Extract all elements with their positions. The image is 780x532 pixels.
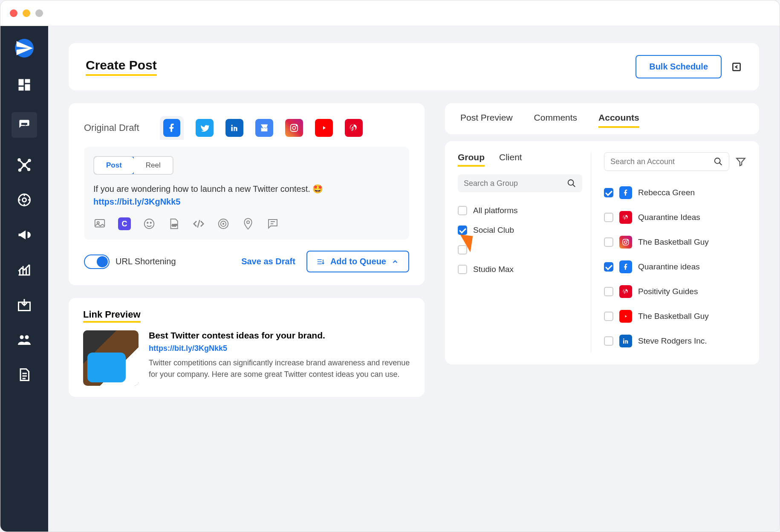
collapse-icon[interactable] (731, 61, 742, 72)
window-maximize-icon[interactable] (35, 9, 43, 17)
group-blank[interactable] (458, 240, 582, 260)
svg-point-30 (247, 221, 249, 223)
comment-icon[interactable] (266, 217, 279, 230)
platform-gmb[interactable] (255, 119, 273, 137)
svg-point-23 (144, 219, 154, 229)
link-preview-url[interactable]: https://bit.ly/3KgNkk5 (149, 344, 227, 353)
bulk-schedule-button[interactable]: Bulk Schedule (636, 55, 722, 78)
account-name: Quarantine ideas (638, 262, 700, 272)
svg-point-29 (223, 223, 224, 225)
platform-facebook[interactable] (160, 116, 184, 140)
platform-pinterest[interactable] (345, 119, 363, 137)
account-name: The Basketball Guy (638, 312, 709, 321)
platform-instagram[interactable] (285, 119, 303, 137)
link-preview-desc: Twitter competitions can significantly i… (149, 357, 410, 380)
group-social-club[interactable]: Social Club (458, 220, 582, 240)
target-icon[interactable] (217, 217, 230, 230)
compose-icon[interactable] (12, 112, 37, 138)
add-to-queue-button[interactable]: Add to Queue (306, 251, 409, 272)
account-search-input[interactable] (610, 157, 709, 166)
account-search-box[interactable] (604, 152, 729, 171)
account-checkbox[interactable] (604, 336, 613, 346)
page-header: Create Post Bulk Schedule (69, 43, 759, 90)
account-checkbox[interactable] (604, 237, 613, 247)
platform-linkedin[interactable] (225, 119, 243, 137)
svg-point-10 (23, 198, 26, 202)
account-item[interactable]: Steve Rodgers Inc. (604, 329, 746, 353)
sidebar (0, 26, 48, 532)
window-close-icon[interactable] (10, 9, 17, 17)
svg-text:GIF: GIF (172, 223, 177, 227)
emoji-icon[interactable] (143, 217, 156, 230)
post-text-content: If you are wondering how to launch a new… (93, 184, 312, 194)
group-all-platforms[interactable]: All platforms (458, 201, 582, 220)
tab-comments[interactable]: Comments (534, 113, 578, 128)
account-checkbox[interactable] (604, 188, 613, 197)
window-minimize-icon[interactable] (23, 9, 30, 17)
inbox-icon[interactable] (17, 297, 32, 312)
emoji-star-struck: 🤩 (312, 184, 323, 194)
svg-point-24 (147, 222, 148, 223)
account-checkbox[interactable] (604, 312, 613, 321)
account-item[interactable]: Quarantine ideas (604, 254, 746, 279)
tab-post-preview[interactable]: Post Preview (460, 113, 513, 128)
account-name: Rebecca Green (638, 188, 695, 197)
window-titlebar (0, 0, 780, 26)
post-type-segment: Post Reel (93, 156, 173, 175)
original-draft-label: Original Draft (84, 122, 139, 133)
account-checkbox[interactable] (604, 287, 613, 296)
dashboard-icon[interactable] (17, 77, 32, 93)
canva-icon[interactable]: C (118, 217, 131, 230)
account-item[interactable]: Rebecca Green (604, 180, 746, 205)
tab-accounts[interactable]: Accounts (598, 113, 639, 128)
megaphone-icon[interactable] (17, 227, 32, 243)
svg-rect-0 (19, 79, 24, 86)
page-title: Create Post (86, 58, 157, 76)
post-text-area[interactable]: If you are wondering how to launch a new… (93, 182, 400, 208)
group-search-input[interactable] (464, 179, 563, 188)
svg-point-34 (624, 241, 627, 243)
account-checkbox[interactable] (604, 262, 613, 272)
code-icon[interactable] (192, 217, 205, 230)
svg-point-31 (568, 180, 574, 185)
subtab-client[interactable]: Client (499, 152, 522, 167)
account-name: Quarantine Ideas (638, 213, 700, 222)
platform-twitter[interactable] (196, 119, 214, 137)
media-icon[interactable] (93, 217, 106, 230)
account-item[interactable]: Positivity Guides (604, 279, 746, 304)
svg-point-19 (296, 125, 297, 126)
save-draft-button[interactable]: Save as Draft (241, 257, 295, 266)
account-item[interactable]: The Basketball Guy (604, 230, 746, 254)
team-icon[interactable] (17, 332, 32, 347)
support-icon[interactable] (17, 192, 32, 208)
link-preview-image (83, 330, 139, 386)
filter-icon[interactable] (735, 156, 746, 167)
network-icon[interactable] (17, 157, 32, 173)
analytics-icon[interactable] (17, 262, 32, 278)
post-link[interactable]: https://bit.ly/3KgNkk5 (93, 197, 180, 206)
seg-reel[interactable]: Reel (134, 157, 173, 174)
account-item[interactable]: The Basketball Guy (604, 304, 746, 329)
editor-body: Post Reel If you are wondering how to la… (84, 147, 409, 240)
app-window: Create Post Bulk Schedule Original Draft (0, 0, 780, 532)
account-item[interactable]: Quarantine Ideas (604, 205, 746, 230)
add-to-queue-label: Add to Queue (330, 257, 386, 266)
group-studio-max[interactable]: Studio Max (458, 260, 582, 279)
platform-youtube[interactable] (315, 119, 333, 137)
link-preview-card: Link Preview Best Twitter contest ideas … (69, 298, 425, 397)
editor-card: Original Draft Post R (69, 103, 425, 285)
subtab-group[interactable]: Group (458, 152, 485, 167)
account-checkbox[interactable] (604, 213, 613, 222)
seg-post[interactable]: Post (93, 156, 135, 175)
gif-icon[interactable]: GIF (168, 217, 180, 230)
svg-point-12 (20, 335, 24, 339)
document-icon[interactable] (17, 367, 32, 382)
accounts-list: Rebecca GreenQuarantine IdeasThe Basketb… (604, 180, 746, 353)
link-preview-title: Link Preview (83, 309, 141, 323)
location-icon[interactable] (242, 217, 254, 230)
app-logo-icon[interactable] (15, 39, 34, 58)
svg-rect-1 (25, 79, 30, 83)
url-shortening-toggle[interactable] (84, 254, 110, 269)
group-search-box[interactable] (458, 174, 582, 192)
svg-rect-2 (25, 84, 30, 91)
